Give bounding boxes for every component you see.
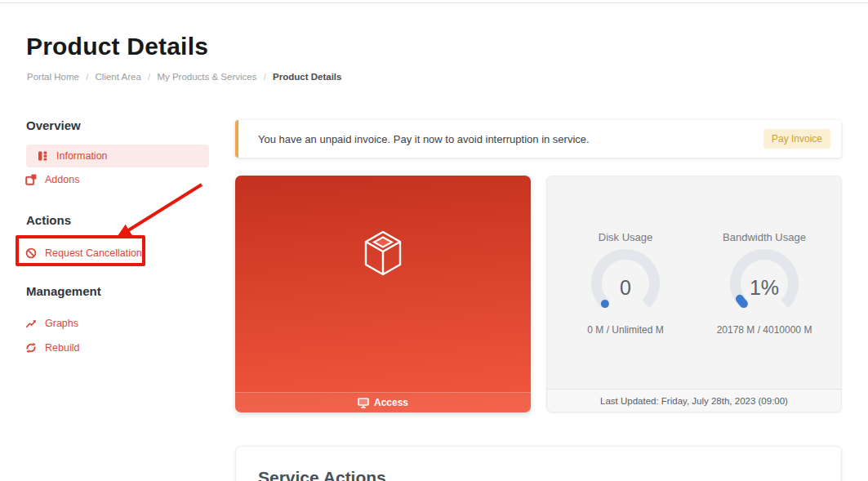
breadcrumb-my-products[interactable]: My Products & Services <box>157 72 256 82</box>
monitor-icon <box>358 398 369 408</box>
usage-card: Disk Usage Bandwidth Usage 0 1% 0 M / Un… <box>546 176 842 412</box>
sync-icon <box>25 342 37 354</box>
service-actions-heading: Service Actions <box>258 469 386 481</box>
top-divider <box>0 2 868 3</box>
sidebar-item-rebuild[interactable]: Rebuild <box>25 341 79 354</box>
sidebar-item-label: Request Cancellation <box>45 248 142 259</box>
sidebar-item-label: Graphs <box>45 318 78 329</box>
usage-last-updated: Last Updated: Friday, July 28th, 2023 (0… <box>547 389 841 412</box>
addon-icon <box>25 174 37 185</box>
breadcrumb-separator: / <box>148 72 150 82</box>
breadcrumb-current: Product Details <box>273 72 341 82</box>
bandwidth-usage-value: 1% <box>723 278 805 298</box>
bandwidth-usage-detail: 20178 M / 4010000 M <box>674 325 854 335</box>
page-title: Product Details <box>26 34 208 59</box>
sidebar-heading-overview: Overview <box>26 119 81 131</box>
sidebar-item-label: Addons <box>45 175 79 185</box>
sidebar-item-request-cancellation[interactable]: Request Cancellation <box>25 247 142 260</box>
line-chart-icon <box>25 318 37 329</box>
sidebar-heading-actions: Actions <box>26 214 71 226</box>
sidebar-item-addons[interactable]: Request Cancellation Addons <box>25 173 79 186</box>
service-actions-card: Service Actions <box>235 446 842 481</box>
disk-usage-value: 0 <box>585 278 666 298</box>
breadcrumb: Portal Home / Client Area / My Products … <box>27 73 341 82</box>
breadcrumb-separator: / <box>86 72 88 82</box>
unpaid-invoice-banner: You have an unpaid invoice. Pay it now t… <box>235 120 841 158</box>
product-card: VPS - Daytrader VPS Access <box>235 176 531 412</box>
banner-message: You have an unpaid invoice. Pay it now t… <box>258 133 590 145</box>
columns-icon <box>37 150 48 162</box>
access-button[interactable]: Access <box>235 392 531 412</box>
sidebar-item-label: Information <box>56 151 108 162</box>
pay-invoice-button[interactable]: Pay Invoice <box>763 129 830 149</box>
sidebar-item-information[interactable]: Information <box>26 145 209 167</box>
breadcrumb-portal-home[interactable]: Portal Home <box>27 72 79 82</box>
sidebar-item-label: Rebuild <box>45 343 79 354</box>
ban-icon <box>25 247 37 259</box>
breadcrumb-client-area[interactable]: Client Area <box>96 72 141 82</box>
cube-icon <box>364 230 402 276</box>
bandwidth-usage-label: Bandwidth Usage <box>683 232 846 243</box>
sidebar-heading-management: Management <box>26 285 101 297</box>
access-label: Access <box>374 397 408 408</box>
breadcrumb-separator: / <box>264 72 266 82</box>
sidebar-item-graphs[interactable]: Graphs <box>25 317 78 330</box>
annotation-arrow <box>90 170 216 252</box>
